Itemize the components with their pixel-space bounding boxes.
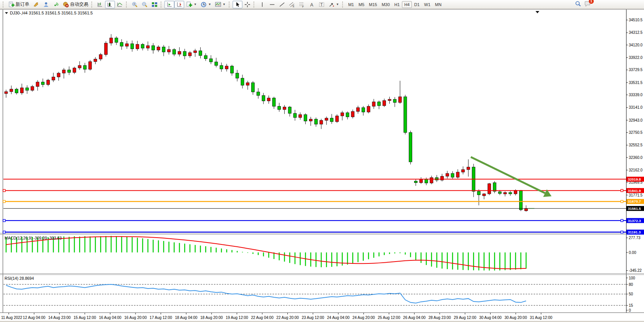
- toolbar-grip: [91, 2, 94, 8]
- svg-text:32162.0: 32162.0: [629, 168, 643, 172]
- line-chart-icon: [117, 2, 123, 8]
- tab-timeframe-m15[interactable]: M15: [367, 1, 379, 8]
- chart-shift-button[interactable]: [174, 1, 184, 8]
- tab-timeframe-m30[interactable]: M30: [379, 1, 392, 8]
- toolbar-grip: [3, 2, 5, 8]
- svg-text:32750.5: 32750.5: [629, 130, 643, 135]
- svg-text:100: 100: [629, 276, 635, 280]
- dropdown-caret-icon: ▼: [194, 3, 197, 6]
- svg-text:15: 15: [629, 303, 633, 308]
- line-chart-button[interactable]: [115, 1, 125, 8]
- broom-icon-button[interactable]: [31, 1, 41, 8]
- trendline-button[interactable]: [277, 1, 287, 8]
- tile-windows-button[interactable]: [150, 1, 159, 8]
- bar-chart-button[interactable]: [95, 1, 105, 8]
- profiles-button[interactable]: [41, 1, 51, 8]
- svg-text:18 Aug 04:00: 18 Aug 04:00: [175, 316, 198, 320]
- tab-timeframe-mn[interactable]: MN: [433, 1, 444, 8]
- tab-timeframe-m5[interactable]: M5: [356, 1, 367, 8]
- svg-text:24 Aug 04:00: 24 Aug 04:00: [327, 316, 349, 320]
- chart-canvas[interactable]: 34510.534312.534120.033922.033729.533531…: [0, 9, 644, 322]
- svg-text:31561.5: 31561.5: [628, 206, 641, 211]
- notifications-button[interactable]: 1: [584, 0, 591, 9]
- tab-timeframe-w1[interactable]: W1: [422, 1, 433, 8]
- crosshair-button[interactable]: [242, 1, 252, 8]
- arrows-icon: [328, 2, 335, 8]
- dropdown-caret-icon: ▼: [336, 3, 339, 6]
- svg-text:F: F: [302, 5, 304, 8]
- candlestick-chart-button[interactable]: [105, 1, 115, 8]
- dropdown-caret-icon: ▼: [223, 3, 226, 6]
- arrows-button[interactable]: ▼: [327, 1, 341, 8]
- mt4-window: 新订单 自动交易 ▼ ▼ ▼ E F A T ▼: [0, 0, 644, 322]
- svg-text:15 Aug 12:00: 15 Aug 12:00: [73, 316, 96, 320]
- vertical-line-button[interactable]: [257, 1, 267, 8]
- tab-timeframe-h4[interactable]: H4: [402, 1, 412, 8]
- svg-text:0: 0: [629, 308, 631, 312]
- svg-text:32019.8: 32019.8: [628, 177, 641, 181]
- broom-icon: [33, 2, 39, 8]
- svg-text:31841.9: 31841.9: [628, 189, 641, 193]
- text-label-button[interactable]: T: [317, 1, 327, 8]
- auto-trading-label: 自动交易: [70, 1, 88, 8]
- chart-window: 34510.534312.534120.033922.033729.533531…: [0, 9, 644, 322]
- svg-text:16 Aug 20:00: 16 Aug 20:00: [124, 316, 147, 320]
- svg-text:80: 80: [629, 282, 633, 287]
- svg-text:34312.5: 34312.5: [629, 30, 643, 35]
- auto-scroll-icon: [166, 2, 172, 8]
- svg-text:34510.5: 34510.5: [629, 18, 643, 22]
- new-order-button[interactable]: 新订单: [6, 1, 31, 8]
- new-order-label: 新订单: [16, 1, 29, 8]
- bar-chart-icon: [97, 2, 103, 8]
- periods-button[interactable]: ▼: [199, 1, 213, 8]
- text-button[interactable]: A: [307, 1, 317, 8]
- svg-text:31771.5: 31771.5: [629, 193, 643, 197]
- text-icon: A: [309, 2, 315, 8]
- crosshair-icon: [244, 2, 250, 8]
- tab-timeframe-m1[interactable]: M1: [346, 1, 356, 8]
- svg-text:24 Aug 20:00: 24 Aug 20:00: [352, 316, 375, 320]
- auto-scroll-button[interactable]: [164, 1, 174, 8]
- signal-button[interactable]: [51, 1, 61, 8]
- zoom-in-button[interactable]: [130, 1, 140, 8]
- equidistant-channel-button[interactable]: E: [287, 1, 297, 8]
- svg-text:34120.0: 34120.0: [629, 43, 643, 47]
- svg-text:33922.0: 33922.0: [629, 56, 643, 60]
- toolbar-grip: [126, 2, 129, 8]
- dropdown-caret-icon: ▼: [208, 3, 211, 6]
- cursor-button[interactable]: [233, 1, 242, 8]
- svg-text:30 Aug 20:00: 30 Aug 20:00: [505, 316, 527, 320]
- svg-text:33729.5: 33729.5: [629, 68, 643, 72]
- search-icon[interactable]: [575, 0, 582, 9]
- toolbar-grip: [253, 2, 256, 8]
- price-axis[interactable]: 34510.534312.534120.033922.033729.533531…: [626, 18, 643, 197]
- indicators-icon: [186, 2, 192, 8]
- auto-trading-button[interactable]: 自动交易: [61, 1, 90, 8]
- toolbar-grip: [342, 2, 345, 8]
- svg-text:19 Aug 12:00: 19 Aug 12:00: [226, 316, 248, 320]
- svg-text:23 Aug 12:00: 23 Aug 12:00: [302, 316, 324, 320]
- svg-text:29 Aug 12:00: 29 Aug 12:00: [454, 316, 476, 320]
- trendline-icon: [279, 2, 285, 8]
- svg-text:31670.7: 31670.7: [628, 199, 641, 203]
- zoom-out-button[interactable]: [140, 1, 150, 8]
- svg-text:277.73: 277.73: [629, 236, 641, 240]
- zoom-in-icon: [132, 2, 138, 8]
- horizontal-line-button[interactable]: [267, 1, 277, 8]
- svg-text:11 Aug 2022: 11 Aug 2022: [1, 316, 22, 320]
- macd-label: MACD(12,26,9) -309.09 -303.63: [5, 236, 62, 240]
- svg-text:33339.0: 33339.0: [629, 93, 643, 97]
- tab-timeframe-d1[interactable]: D1: [412, 1, 422, 8]
- vertical-line-icon: [259, 2, 265, 8]
- new-order-icon: [8, 2, 14, 8]
- fibonacci-icon: F: [299, 2, 305, 8]
- tab-timeframe-h1[interactable]: H1: [392, 1, 402, 8]
- svg-text:33141.0: 33141.0: [629, 105, 643, 109]
- svg-text:25 Aug 12:00: 25 Aug 12:00: [378, 316, 400, 320]
- signal-icon: [53, 2, 59, 8]
- indicators-button[interactable]: ▼: [184, 1, 199, 8]
- templates-button[interactable]: ▼: [213, 1, 228, 8]
- svg-text:17 Aug 12:00: 17 Aug 12:00: [150, 316, 172, 320]
- profile-icon: [43, 2, 49, 8]
- fibonacci-button[interactable]: F: [297, 1, 307, 8]
